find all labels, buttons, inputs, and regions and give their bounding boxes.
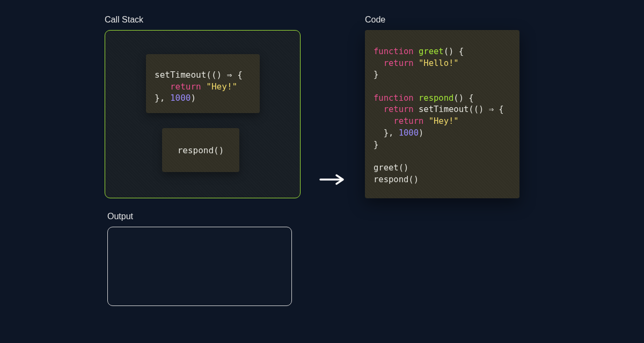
stack-frame-respond-label: respond() [178, 145, 224, 155]
callstack-label: Call Stack [105, 15, 303, 25]
output-section: Output [107, 212, 301, 306]
output-label: Output [107, 212, 301, 221]
stack-frame-respond: respond() [162, 128, 239, 172]
code-content: function greet() { return "Hello!" } fun… [374, 46, 512, 185]
stack-frame-settimeout-code: setTimeout(() ⇒ { return "Hey!" }, 1000) [155, 69, 243, 104]
code-box: function greet() { return "Hello!" } fun… [365, 30, 519, 198]
callstack-section: Call Stack setTimeout(() ⇒ { return "Hey… [105, 15, 303, 198]
arrow-icon [319, 172, 346, 188]
output-box [107, 227, 292, 306]
callstack-box: setTimeout(() ⇒ { return "Hey!" }, 1000)… [105, 30, 301, 198]
stack-frame-settimeout: setTimeout(() ⇒ { return "Hey!" }, 1000) [146, 54, 260, 113]
code-label: Code [365, 15, 542, 25]
code-section: Code function greet() { return "Hello!" … [365, 15, 542, 198]
